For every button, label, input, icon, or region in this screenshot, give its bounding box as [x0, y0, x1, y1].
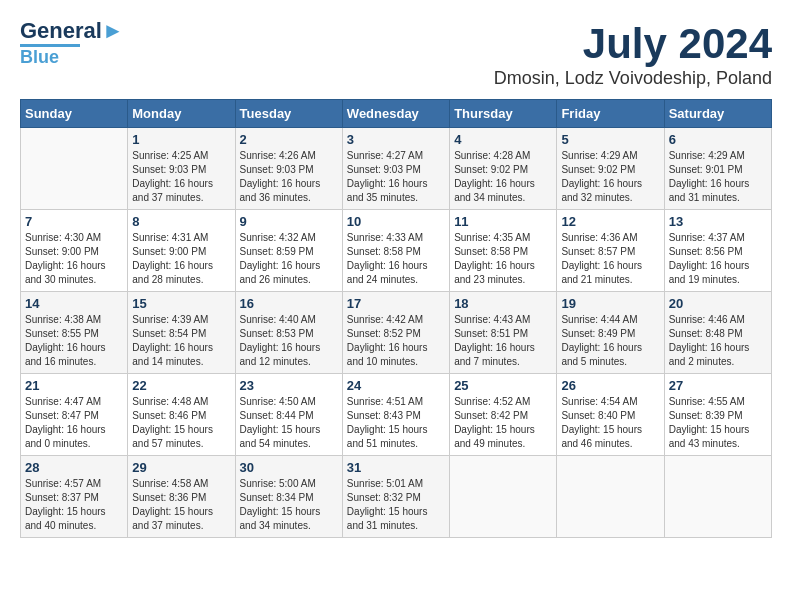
day-number: 22: [132, 378, 230, 393]
calendar-cell: 29Sunrise: 4:58 AM Sunset: 8:36 PM Dayli…: [128, 456, 235, 538]
calendar-cell: 20Sunrise: 4:46 AM Sunset: 8:48 PM Dayli…: [664, 292, 771, 374]
calendar-cell: 4Sunrise: 4:28 AM Sunset: 9:02 PM Daylig…: [450, 128, 557, 210]
day-number: 12: [561, 214, 659, 229]
logo-text: General►: [20, 20, 124, 42]
day-info: Sunrise: 4:55 AM Sunset: 8:39 PM Dayligh…: [669, 395, 767, 451]
day-info: Sunrise: 4:25 AM Sunset: 9:03 PM Dayligh…: [132, 149, 230, 205]
day-number: 6: [669, 132, 767, 147]
day-number: 4: [454, 132, 552, 147]
column-header-monday: Monday: [128, 100, 235, 128]
calendar-cell: 13Sunrise: 4:37 AM Sunset: 8:56 PM Dayli…: [664, 210, 771, 292]
day-number: 2: [240, 132, 338, 147]
day-number: 16: [240, 296, 338, 311]
calendar-cell: 24Sunrise: 4:51 AM Sunset: 8:43 PM Dayli…: [342, 374, 449, 456]
day-number: 8: [132, 214, 230, 229]
column-header-friday: Friday: [557, 100, 664, 128]
calendar-week-3: 14Sunrise: 4:38 AM Sunset: 8:55 PM Dayli…: [21, 292, 772, 374]
day-info: Sunrise: 4:26 AM Sunset: 9:03 PM Dayligh…: [240, 149, 338, 205]
day-info: Sunrise: 4:38 AM Sunset: 8:55 PM Dayligh…: [25, 313, 123, 369]
column-header-sunday: Sunday: [21, 100, 128, 128]
day-number: 17: [347, 296, 445, 311]
day-info: Sunrise: 4:29 AM Sunset: 9:02 PM Dayligh…: [561, 149, 659, 205]
day-info: Sunrise: 4:57 AM Sunset: 8:37 PM Dayligh…: [25, 477, 123, 533]
calendar-cell: 22Sunrise: 4:48 AM Sunset: 8:46 PM Dayli…: [128, 374, 235, 456]
location-title: Dmosin, Lodz Voivodeship, Poland: [494, 68, 772, 89]
logo: General► Blue: [20, 20, 124, 68]
day-number: 1: [132, 132, 230, 147]
day-number: 20: [669, 296, 767, 311]
calendar-cell: 17Sunrise: 4:42 AM Sunset: 8:52 PM Dayli…: [342, 292, 449, 374]
calendar-week-1: 1Sunrise: 4:25 AM Sunset: 9:03 PM Daylig…: [21, 128, 772, 210]
day-number: 28: [25, 460, 123, 475]
calendar-cell: [557, 456, 664, 538]
day-info: Sunrise: 5:01 AM Sunset: 8:32 PM Dayligh…: [347, 477, 445, 533]
day-info: Sunrise: 4:52 AM Sunset: 8:42 PM Dayligh…: [454, 395, 552, 451]
calendar-cell: 2Sunrise: 4:26 AM Sunset: 9:03 PM Daylig…: [235, 128, 342, 210]
day-info: Sunrise: 4:29 AM Sunset: 9:01 PM Dayligh…: [669, 149, 767, 205]
calendar-cell: 16Sunrise: 4:40 AM Sunset: 8:53 PM Dayli…: [235, 292, 342, 374]
day-number: 25: [454, 378, 552, 393]
day-number: 5: [561, 132, 659, 147]
day-info: Sunrise: 4:54 AM Sunset: 8:40 PM Dayligh…: [561, 395, 659, 451]
day-info: Sunrise: 4:43 AM Sunset: 8:51 PM Dayligh…: [454, 313, 552, 369]
day-number: 26: [561, 378, 659, 393]
calendar-cell: 26Sunrise: 4:54 AM Sunset: 8:40 PM Dayli…: [557, 374, 664, 456]
calendar-cell: 12Sunrise: 4:36 AM Sunset: 8:57 PM Dayli…: [557, 210, 664, 292]
day-info: Sunrise: 4:31 AM Sunset: 9:00 PM Dayligh…: [132, 231, 230, 287]
day-number: 13: [669, 214, 767, 229]
day-info: Sunrise: 4:28 AM Sunset: 9:02 PM Dayligh…: [454, 149, 552, 205]
calendar-cell: 1Sunrise: 4:25 AM Sunset: 9:03 PM Daylig…: [128, 128, 235, 210]
calendar-cell: 3Sunrise: 4:27 AM Sunset: 9:03 PM Daylig…: [342, 128, 449, 210]
month-title: July 2024: [494, 20, 772, 68]
calendar-cell: 30Sunrise: 5:00 AM Sunset: 8:34 PM Dayli…: [235, 456, 342, 538]
day-number: 14: [25, 296, 123, 311]
day-info: Sunrise: 4:47 AM Sunset: 8:47 PM Dayligh…: [25, 395, 123, 451]
calendar-cell: 6Sunrise: 4:29 AM Sunset: 9:01 PM Daylig…: [664, 128, 771, 210]
day-info: Sunrise: 4:58 AM Sunset: 8:36 PM Dayligh…: [132, 477, 230, 533]
day-info: Sunrise: 4:46 AM Sunset: 8:48 PM Dayligh…: [669, 313, 767, 369]
day-number: 29: [132, 460, 230, 475]
day-number: 9: [240, 214, 338, 229]
column-header-thursday: Thursday: [450, 100, 557, 128]
day-number: 30: [240, 460, 338, 475]
calendar-cell: 25Sunrise: 4:52 AM Sunset: 8:42 PM Dayli…: [450, 374, 557, 456]
calendar-cell: [664, 456, 771, 538]
day-info: Sunrise: 4:40 AM Sunset: 8:53 PM Dayligh…: [240, 313, 338, 369]
day-info: Sunrise: 4:32 AM Sunset: 8:59 PM Dayligh…: [240, 231, 338, 287]
day-info: Sunrise: 4:30 AM Sunset: 9:00 PM Dayligh…: [25, 231, 123, 287]
calendar-week-5: 28Sunrise: 4:57 AM Sunset: 8:37 PM Dayli…: [21, 456, 772, 538]
logo-blue: Blue: [20, 47, 59, 68]
calendar-cell: 10Sunrise: 4:33 AM Sunset: 8:58 PM Dayli…: [342, 210, 449, 292]
header: General► Blue July 2024 Dmosin, Lodz Voi…: [20, 20, 772, 89]
calendar-cell: 8Sunrise: 4:31 AM Sunset: 9:00 PM Daylig…: [128, 210, 235, 292]
calendar-cell: 5Sunrise: 4:29 AM Sunset: 9:02 PM Daylig…: [557, 128, 664, 210]
calendar-cell: 9Sunrise: 4:32 AM Sunset: 8:59 PM Daylig…: [235, 210, 342, 292]
calendar-cell: 27Sunrise: 4:55 AM Sunset: 8:39 PM Dayli…: [664, 374, 771, 456]
day-info: Sunrise: 4:48 AM Sunset: 8:46 PM Dayligh…: [132, 395, 230, 451]
calendar-cell: 15Sunrise: 4:39 AM Sunset: 8:54 PM Dayli…: [128, 292, 235, 374]
day-number: 10: [347, 214, 445, 229]
calendar-cell: 19Sunrise: 4:44 AM Sunset: 8:49 PM Dayli…: [557, 292, 664, 374]
calendar-cell: 21Sunrise: 4:47 AM Sunset: 8:47 PM Dayli…: [21, 374, 128, 456]
day-info: Sunrise: 4:50 AM Sunset: 8:44 PM Dayligh…: [240, 395, 338, 451]
day-number: 24: [347, 378, 445, 393]
calendar-week-4: 21Sunrise: 4:47 AM Sunset: 8:47 PM Dayli…: [21, 374, 772, 456]
day-number: 27: [669, 378, 767, 393]
day-info: Sunrise: 4:44 AM Sunset: 8:49 PM Dayligh…: [561, 313, 659, 369]
calendar-week-2: 7Sunrise: 4:30 AM Sunset: 9:00 PM Daylig…: [21, 210, 772, 292]
calendar-cell: 28Sunrise: 4:57 AM Sunset: 8:37 PM Dayli…: [21, 456, 128, 538]
calendar-cell: 23Sunrise: 4:50 AM Sunset: 8:44 PM Dayli…: [235, 374, 342, 456]
day-number: 3: [347, 132, 445, 147]
column-header-tuesday: Tuesday: [235, 100, 342, 128]
calendar-header-row: SundayMondayTuesdayWednesdayThursdayFrid…: [21, 100, 772, 128]
calendar-cell: 7Sunrise: 4:30 AM Sunset: 9:00 PM Daylig…: [21, 210, 128, 292]
column-header-wednesday: Wednesday: [342, 100, 449, 128]
calendar-cell: 11Sunrise: 4:35 AM Sunset: 8:58 PM Dayli…: [450, 210, 557, 292]
calendar-cell: 18Sunrise: 4:43 AM Sunset: 8:51 PM Dayli…: [450, 292, 557, 374]
day-info: Sunrise: 4:35 AM Sunset: 8:58 PM Dayligh…: [454, 231, 552, 287]
calendar-cell: [450, 456, 557, 538]
day-number: 11: [454, 214, 552, 229]
day-info: Sunrise: 4:33 AM Sunset: 8:58 PM Dayligh…: [347, 231, 445, 287]
title-section: July 2024 Dmosin, Lodz Voivodeship, Pola…: [494, 20, 772, 89]
calendar-cell: [21, 128, 128, 210]
